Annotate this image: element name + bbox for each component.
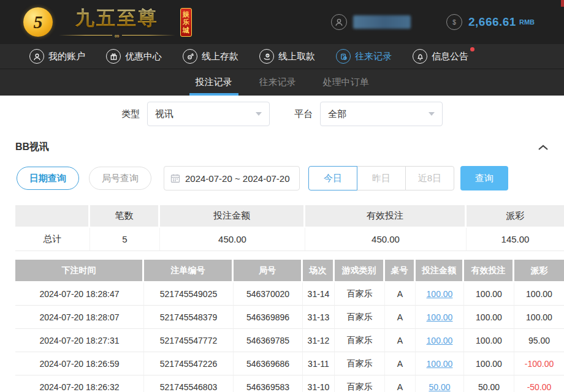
bet-amount-link[interactable]: 50.00 [429,382,450,392]
cell-text: A [385,282,416,306]
bet-header-cell: 局号 [234,260,303,282]
tab-transaction-records[interactable]: 往来记录 [257,69,299,96]
bet-header-cell: 派彩 [514,260,564,282]
search-button[interactable]: 查询 [460,166,508,190]
section-title: BB视讯 [15,141,49,154]
cell-text: 2024-07-20 18:26:59 [15,352,144,375]
cell-text: 521745547226 [144,352,234,375]
nav-item-deposit[interactable]: 线上存款 [183,49,238,64]
cell-text: 100.00 [464,306,514,329]
cell-text: 546369896 [234,306,303,329]
cell-text: 521745547772 [144,329,234,352]
summary-total-cell: 145.00 [467,228,564,251]
cell-text: 31-12 [303,329,335,352]
cell-text: 2024-07-20 18:28:47 [15,282,144,306]
type-select[interactable]: 视讯 [147,102,270,126]
balance-amount: 2,666.61 [468,15,516,29]
user-avatar-icon [331,14,347,30]
brand-sub-badge: 娱 乐 城 [180,8,192,37]
cell-text: A [385,306,416,329]
cell-payout: -100.00 [514,352,564,375]
cell-text: 546370020 [234,282,303,306]
records-icon [336,49,351,64]
cell-text: A [385,375,416,392]
calendar-icon [170,173,180,183]
bet-amount-link[interactable]: 100.00 [427,312,453,322]
bet-amount-link[interactable]: 100.00 [427,359,453,369]
bet-header-cell: 投注金额 [416,260,464,282]
summary-header-cell: 派彩 [467,205,564,228]
nav-item-transaction-records[interactable]: 往来记录 [336,49,392,64]
date-query-button[interactable]: 日期查询 [17,167,79,190]
tab-bet-records[interactable]: 投注记录 [193,69,235,96]
cell-text: 100.00 [464,329,514,352]
cell-text: A [385,329,416,352]
deposit-icon [183,49,197,64]
today-button[interactable]: 今日 [308,166,357,190]
bet-header-cell: 有效投注 [464,260,514,282]
chevron-down-icon [429,112,435,116]
summary-total-row: 总计5450.00450.00145.00 [15,228,564,251]
bet-table-row: 2024-07-20 18:26:32521745546803546369583… [15,375,564,392]
bet-table-row: 2024-07-20 18:26:59521745547226546369686… [15,352,564,375]
platform-select[interactable]: 全部 [320,102,443,126]
cell-text: 100.00 [464,352,514,375]
cell-text: 546369686 [234,352,303,375]
collapse-section-button[interactable] [538,145,549,151]
bet-amount-link[interactable]: 100.00 [427,289,453,299]
bet-header-cell: 注单编号 [144,260,234,282]
cell-text: 521745548379 [144,306,234,329]
brand-name: 九五至尊 [75,6,159,31]
logo-flourish: ∞ [59,32,175,39]
summary-total-cell: 450.00 [160,228,305,251]
cell-text: 31-13 [303,306,335,329]
balance[interactable]: $ 2,666.61 RMB [446,14,535,30]
cell-text: 546369583 [234,375,303,392]
account-user[interactable] [331,14,411,30]
summary-table: 笔数投注金额有效投注派彩 总计5450.00450.00145.00 [15,205,564,251]
cell-bet-amount: 100.00 [416,306,464,329]
bet-header-cell: 下注时间 [15,260,144,282]
cell-payout: -50.00 [514,375,564,392]
cell-text: 100.00 [464,282,514,306]
platform-label: 平台 [294,108,313,120]
top-header: 5 九五至尊 ∞ 娱 乐 城 $ 2,666.61 RMB [0,0,564,44]
svg-text:$: $ [452,19,456,26]
bet-amount-link[interactable]: 100.00 [427,336,453,345]
cell-bet-amount: 100.00 [416,352,464,375]
nav-item-my-account[interactable]: 我的账户 [29,49,85,64]
cell-text: 百家乐 [335,306,385,329]
summary-total-cell: 450.00 [305,228,467,251]
cell-text: 50.00 [464,375,514,392]
user-icon [29,49,44,64]
cell-text: 百家乐 [335,375,385,392]
cell-text: 百家乐 [335,282,385,306]
coin-dollar-icon: $ [446,14,462,30]
query-controls: 日期查询 局号查询 2024-07-20 ~ 2024-07-20 今日 昨日 … [17,166,549,190]
bet-table-row: 2024-07-20 18:28:07521745548379546369896… [15,306,564,329]
bet-header-row: 下注时间注单编号局号场次游戏类别桌号投注金额有效投注派彩 [15,260,564,282]
summary-header-cell: 有效投注 [305,205,467,228]
bet-header-cell: 场次 [303,260,335,282]
date-range-input[interactable]: 2024-07-20 ~ 2024-07-20 [164,166,300,190]
balance-currency: RMB [519,18,535,26]
gift-icon [106,49,121,64]
last-8-days-button[interactable]: 近8日 [405,166,454,190]
cell-text: 31-14 [303,282,335,306]
cell-bet-amount: 50.00 [416,375,464,392]
nav-item-promotions[interactable]: 优惠中心 [106,49,162,64]
bet-header-cell: 桌号 [385,260,416,282]
notification-red-dot [470,47,474,51]
nav-item-withdraw[interactable]: $ 线上取款 [259,49,315,64]
tab-pending-orders[interactable]: 处理中订单 [321,69,372,96]
yesterday-button[interactable]: 昨日 [357,166,406,190]
logo-monogram-icon: 5 [23,7,53,37]
nav-item-announcements[interactable]: 信息公告 [413,49,468,64]
round-query-button[interactable]: 局号查询 [89,167,151,190]
brand-logo[interactable]: 5 九五至尊 ∞ 娱 乐 城 [23,6,192,39]
cell-text: 百家乐 [335,352,385,375]
cell-text: 521745549025 [144,282,234,306]
cell-text: 2024-07-20 18:26:32 [15,375,144,392]
cell-payout: 95.00 [514,329,564,352]
cell-payout: 100.00 [514,282,564,306]
